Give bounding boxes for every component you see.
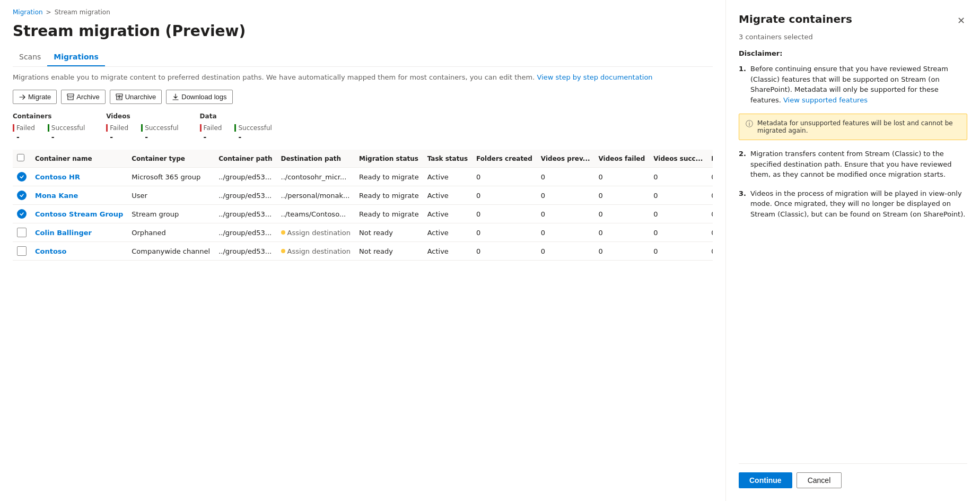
disclaimer-item-1: 1. Before continuing ensure that you hav… — [739, 64, 967, 105]
th-check — [13, 150, 31, 168]
warning-text: Metadata for unsupported features will b… — [757, 119, 960, 134]
destination-path-cell: ../contosohr_micr... — [277, 168, 355, 186]
container-type-cell: Orphaned — [127, 223, 214, 242]
row-check-cell — [13, 205, 31, 223]
unarchive-icon — [116, 93, 123, 101]
th-destination-path: Destination path — [277, 150, 355, 168]
folders-created-cell: 0 — [472, 168, 537, 186]
migration-status-cell: Not ready — [355, 242, 423, 261]
panel-title: Migrate containers — [739, 13, 852, 25]
container-name-cell: Contoso Stream Group — [31, 205, 127, 223]
folders-created-cell: 0 — [472, 242, 537, 261]
table-row[interactable]: Mona Kane User ../group/ed53... ../perso… — [13, 186, 713, 205]
assign-destination[interactable]: Assign destination — [281, 247, 351, 255]
table-row[interactable]: Contoso HR Microsoft 365 group ../group/… — [13, 168, 713, 186]
row-check-cell — [13, 186, 31, 205]
row-check-cell — [13, 168, 31, 186]
unchecked-icon — [17, 228, 27, 237]
th-task-status: Task status — [423, 150, 472, 168]
unchecked-icon — [17, 246, 27, 256]
container-path-cell: ../group/ed53... — [214, 186, 276, 205]
right-panel: Migrate containers ✕ 3 containers select… — [725, 0, 980, 501]
cancel-button[interactable]: Cancel — [797, 472, 842, 488]
breadcrumb: Migration > Stream migration — [13, 8, 713, 16]
container-type-cell: Companywide channel — [127, 242, 214, 261]
assign-dot-icon — [281, 249, 285, 253]
data-previo-cell: 0 — [707, 205, 713, 223]
breadcrumb-parent[interactable]: Migration — [13, 8, 43, 16]
videos-succ-cell: 0 — [649, 186, 707, 205]
unarchive-button[interactable]: Unarchive — [110, 90, 162, 104]
assign-destination-label: Assign destination — [287, 247, 351, 255]
task-status-cell: Active — [423, 168, 472, 186]
main-content: Migration > Stream migration Stream migr… — [0, 0, 725, 501]
panel-footer: Continue Cancel — [739, 463, 967, 488]
checked-icon — [17, 172, 27, 182]
data-previo-cell: 0 — [707, 168, 713, 186]
container-name-cell: Contoso HR — [31, 168, 127, 186]
folders-created-cell: 0 — [472, 223, 537, 242]
stat-data-failed: Failed - — [200, 124, 222, 141]
panel-close-button[interactable]: ✕ — [955, 13, 967, 29]
description-link[interactable]: View step by step documentation — [537, 73, 653, 81]
container-path-cell: ../group/ed53... — [214, 168, 276, 186]
th-data-previo: Data previo... — [707, 150, 713, 168]
th-container-path: Container path — [214, 150, 276, 168]
archive-icon — [67, 93, 74, 101]
stats-data-label: Data — [200, 113, 272, 120]
container-name-cell: Mona Kane — [31, 186, 127, 205]
th-migration-status: Migration status — [355, 150, 423, 168]
warning-icon: ⓘ — [746, 119, 753, 134]
videos-failed-cell: 0 — [594, 223, 650, 242]
th-folders-created: Folders created — [472, 150, 537, 168]
task-status-cell: Active — [423, 205, 472, 223]
continue-button[interactable]: Continue — [739, 472, 792, 488]
archive-button[interactable]: Archive — [61, 90, 105, 104]
th-container-type: Container type — [127, 150, 214, 168]
container-path-cell: ../group/ed53... — [214, 223, 276, 242]
disclaimer-item-2: 2. Migration transfers content from Stre… — [739, 149, 967, 180]
select-all-checkbox[interactable] — [17, 154, 24, 161]
container-type-cell: Stream group — [127, 205, 214, 223]
videos-succ-cell: 0 — [649, 205, 707, 223]
destination-path-cell: Assign destination — [277, 242, 355, 261]
row-check-cell — [13, 223, 31, 242]
stats-section: Containers Failed - Successful - Videos … — [13, 113, 713, 141]
destination-path-cell: Assign destination — [277, 223, 355, 242]
folders-created-cell: 0 — [472, 205, 537, 223]
data-previo-cell: 0 — [707, 223, 713, 242]
th-videos-succ: Videos succ... — [649, 150, 707, 168]
table-row[interactable]: Contoso Companywide channel ../group/ed5… — [13, 242, 713, 261]
stats-containers-label: Containers — [13, 113, 85, 120]
videos-failed-cell: 0 — [594, 186, 650, 205]
stat-containers-successful: Successful - — [48, 124, 85, 141]
warning-box: ⓘ Metadata for unsupported features will… — [739, 114, 967, 140]
stat-containers-failed: Failed - — [13, 124, 35, 141]
download-logs-button[interactable]: Download logs — [166, 90, 232, 104]
selected-count: 3 containers selected — [739, 33, 967, 41]
page-description: Migrations enable you to migrate content… — [13, 73, 713, 81]
stat-data-successful: Successful - — [234, 124, 272, 141]
page-title: Stream migration (Preview) — [13, 22, 713, 40]
checked-icon — [17, 191, 27, 200]
destination-path-cell: ../personal/monak... — [277, 186, 355, 205]
table-row[interactable]: Contoso Stream Group Stream group ../gro… — [13, 205, 713, 223]
container-name-cell: Contoso — [31, 242, 127, 261]
task-status-cell: Active — [423, 186, 472, 205]
th-container-name: Container name — [31, 150, 127, 168]
table-row[interactable]: Colin Ballinger Orphaned ../group/ed53..… — [13, 223, 713, 242]
tab-scans[interactable]: Scans — [13, 48, 47, 66]
svg-rect-0 — [67, 94, 74, 96]
stat-videos-successful: Successful - — [141, 124, 178, 141]
checked-icon — [17, 209, 27, 219]
migrate-button[interactable]: Migrate — [13, 90, 57, 104]
videos-failed-cell: 0 — [594, 205, 650, 223]
videos-succ-cell: 0 — [649, 242, 707, 261]
migration-status-cell: Ready to migrate — [355, 205, 423, 223]
data-previo-cell: 0 — [707, 186, 713, 205]
view-supported-features-link[interactable]: View supported features — [783, 96, 868, 104]
videos-prev-cell: 0 — [537, 205, 594, 223]
task-status-cell: Active — [423, 242, 472, 261]
tab-migrations[interactable]: Migrations — [47, 48, 105, 66]
assign-destination[interactable]: Assign destination — [281, 229, 351, 237]
